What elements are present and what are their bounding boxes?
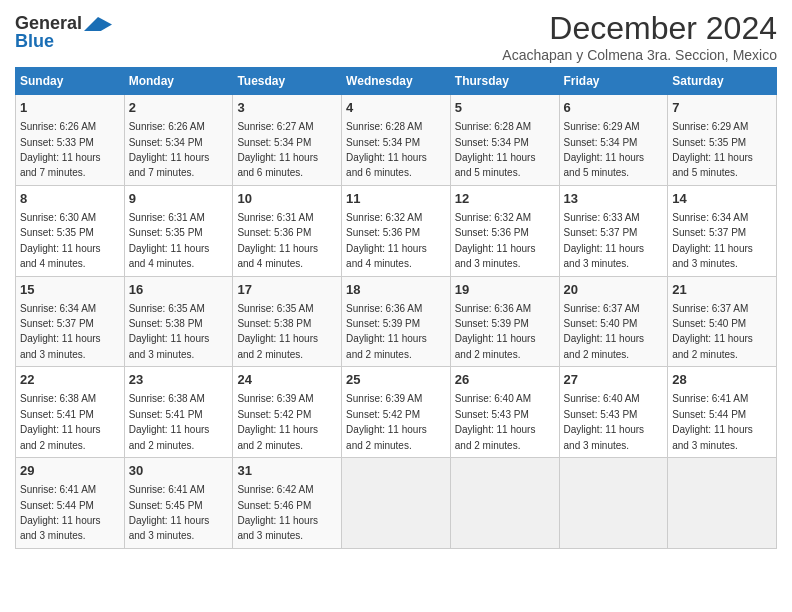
header-thursday: Thursday: [450, 68, 559, 95]
calendar-week-5: 29 Sunrise: 6:41 AMSunset: 5:44 PMDaylig…: [16, 458, 777, 549]
day-info: Sunrise: 6:38 AMSunset: 5:41 PMDaylight:…: [20, 393, 101, 450]
day-info: Sunrise: 6:37 AMSunset: 5:40 PMDaylight:…: [672, 303, 753, 360]
day-info: Sunrise: 6:31 AMSunset: 5:36 PMDaylight:…: [237, 212, 318, 269]
calendar-cell: 22 Sunrise: 6:38 AMSunset: 5:41 PMDaylig…: [16, 367, 125, 458]
day-number: 3: [237, 99, 337, 117]
svg-marker-0: [84, 17, 112, 31]
calendar-cell: 10 Sunrise: 6:31 AMSunset: 5:36 PMDaylig…: [233, 185, 342, 276]
day-info: Sunrise: 6:41 AMSunset: 5:44 PMDaylight:…: [20, 484, 101, 541]
day-number: 19: [455, 281, 555, 299]
day-info: Sunrise: 6:38 AMSunset: 5:41 PMDaylight:…: [129, 393, 210, 450]
calendar-cell: 26 Sunrise: 6:40 AMSunset: 5:43 PMDaylig…: [450, 367, 559, 458]
calendar-cell: [559, 458, 668, 549]
page-header: General Blue December 2024 Acachapan y C…: [15, 10, 777, 63]
calendar-cell: 5 Sunrise: 6:28 AMSunset: 5:34 PMDayligh…: [450, 95, 559, 186]
day-number: 15: [20, 281, 120, 299]
day-info: Sunrise: 6:32 AMSunset: 5:36 PMDaylight:…: [346, 212, 427, 269]
calendar-cell: 31 Sunrise: 6:42 AMSunset: 5:46 PMDaylig…: [233, 458, 342, 549]
calendar-cell: 19 Sunrise: 6:36 AMSunset: 5:39 PMDaylig…: [450, 276, 559, 367]
calendar-cell: 1 Sunrise: 6:26 AMSunset: 5:33 PMDayligh…: [16, 95, 125, 186]
calendar-cell: 18 Sunrise: 6:36 AMSunset: 5:39 PMDaylig…: [342, 276, 451, 367]
calendar-cell: 20 Sunrise: 6:37 AMSunset: 5:40 PMDaylig…: [559, 276, 668, 367]
calendar-week-4: 22 Sunrise: 6:38 AMSunset: 5:41 PMDaylig…: [16, 367, 777, 458]
logo: General Blue: [15, 14, 112, 52]
calendar-cell: 14 Sunrise: 6:34 AMSunset: 5:37 PMDaylig…: [668, 185, 777, 276]
calendar-cell: 15 Sunrise: 6:34 AMSunset: 5:37 PMDaylig…: [16, 276, 125, 367]
day-info: Sunrise: 6:31 AMSunset: 5:35 PMDaylight:…: [129, 212, 210, 269]
calendar-cell: 8 Sunrise: 6:30 AMSunset: 5:35 PMDayligh…: [16, 185, 125, 276]
calendar-subtitle: Acachapan y Colmena 3ra. Seccion, Mexico: [502, 47, 777, 63]
day-info: Sunrise: 6:40 AMSunset: 5:43 PMDaylight:…: [564, 393, 645, 450]
calendar-cell: 13 Sunrise: 6:33 AMSunset: 5:37 PMDaylig…: [559, 185, 668, 276]
day-number: 10: [237, 190, 337, 208]
header-tuesday: Tuesday: [233, 68, 342, 95]
day-info: Sunrise: 6:28 AMSunset: 5:34 PMDaylight:…: [455, 121, 536, 178]
day-info: Sunrise: 6:36 AMSunset: 5:39 PMDaylight:…: [346, 303, 427, 360]
calendar-title: December 2024: [502, 10, 777, 47]
calendar-cell: 16 Sunrise: 6:35 AMSunset: 5:38 PMDaylig…: [124, 276, 233, 367]
day-info: Sunrise: 6:42 AMSunset: 5:46 PMDaylight:…: [237, 484, 318, 541]
calendar-cell: 17 Sunrise: 6:35 AMSunset: 5:38 PMDaylig…: [233, 276, 342, 367]
calendar-cell: 7 Sunrise: 6:29 AMSunset: 5:35 PMDayligh…: [668, 95, 777, 186]
header-friday: Friday: [559, 68, 668, 95]
day-number: 29: [20, 462, 120, 480]
day-number: 24: [237, 371, 337, 389]
calendar-table: SundayMondayTuesdayWednesdayThursdayFrid…: [15, 67, 777, 549]
day-info: Sunrise: 6:26 AMSunset: 5:34 PMDaylight:…: [129, 121, 210, 178]
day-number: 1: [20, 99, 120, 117]
calendar-cell: [450, 458, 559, 549]
calendar-cell: 24 Sunrise: 6:39 AMSunset: 5:42 PMDaylig…: [233, 367, 342, 458]
calendar-week-3: 15 Sunrise: 6:34 AMSunset: 5:37 PMDaylig…: [16, 276, 777, 367]
day-number: 11: [346, 190, 446, 208]
day-info: Sunrise: 6:36 AMSunset: 5:39 PMDaylight:…: [455, 303, 536, 360]
calendar-cell: 29 Sunrise: 6:41 AMSunset: 5:44 PMDaylig…: [16, 458, 125, 549]
calendar-cell: [342, 458, 451, 549]
day-number: 16: [129, 281, 229, 299]
day-info: Sunrise: 6:39 AMSunset: 5:42 PMDaylight:…: [346, 393, 427, 450]
day-info: Sunrise: 6:35 AMSunset: 5:38 PMDaylight:…: [129, 303, 210, 360]
day-number: 22: [20, 371, 120, 389]
day-info: Sunrise: 6:28 AMSunset: 5:34 PMDaylight:…: [346, 121, 427, 178]
day-info: Sunrise: 6:26 AMSunset: 5:33 PMDaylight:…: [20, 121, 101, 178]
header-sunday: Sunday: [16, 68, 125, 95]
calendar-cell: 25 Sunrise: 6:39 AMSunset: 5:42 PMDaylig…: [342, 367, 451, 458]
day-number: 25: [346, 371, 446, 389]
calendar-cell: 2 Sunrise: 6:26 AMSunset: 5:34 PMDayligh…: [124, 95, 233, 186]
day-info: Sunrise: 6:32 AMSunset: 5:36 PMDaylight:…: [455, 212, 536, 269]
day-number: 8: [20, 190, 120, 208]
calendar-cell: 30 Sunrise: 6:41 AMSunset: 5:45 PMDaylig…: [124, 458, 233, 549]
day-number: 31: [237, 462, 337, 480]
calendar-cell: 27 Sunrise: 6:40 AMSunset: 5:43 PMDaylig…: [559, 367, 668, 458]
day-number: 30: [129, 462, 229, 480]
calendar-cell: 21 Sunrise: 6:37 AMSunset: 5:40 PMDaylig…: [668, 276, 777, 367]
day-info: Sunrise: 6:39 AMSunset: 5:42 PMDaylight:…: [237, 393, 318, 450]
calendar-cell: 28 Sunrise: 6:41 AMSunset: 5:44 PMDaylig…: [668, 367, 777, 458]
day-number: 9: [129, 190, 229, 208]
day-info: Sunrise: 6:34 AMSunset: 5:37 PMDaylight:…: [672, 212, 753, 269]
day-info: Sunrise: 6:30 AMSunset: 5:35 PMDaylight:…: [20, 212, 101, 269]
calendar-cell: 9 Sunrise: 6:31 AMSunset: 5:35 PMDayligh…: [124, 185, 233, 276]
header-monday: Monday: [124, 68, 233, 95]
calendar-cell: 3 Sunrise: 6:27 AMSunset: 5:34 PMDayligh…: [233, 95, 342, 186]
header-saturday: Saturday: [668, 68, 777, 95]
calendar-week-2: 8 Sunrise: 6:30 AMSunset: 5:35 PMDayligh…: [16, 185, 777, 276]
logo-blue-text: Blue: [15, 32, 54, 52]
day-number: 28: [672, 371, 772, 389]
day-info: Sunrise: 6:27 AMSunset: 5:34 PMDaylight:…: [237, 121, 318, 178]
day-info: Sunrise: 6:29 AMSunset: 5:34 PMDaylight:…: [564, 121, 645, 178]
day-number: 14: [672, 190, 772, 208]
title-block: December 2024 Acachapan y Colmena 3ra. S…: [502, 10, 777, 63]
day-info: Sunrise: 6:41 AMSunset: 5:44 PMDaylight:…: [672, 393, 753, 450]
day-info: Sunrise: 6:29 AMSunset: 5:35 PMDaylight:…: [672, 121, 753, 178]
day-number: 26: [455, 371, 555, 389]
day-info: Sunrise: 6:40 AMSunset: 5:43 PMDaylight:…: [455, 393, 536, 450]
calendar-cell: 23 Sunrise: 6:38 AMSunset: 5:41 PMDaylig…: [124, 367, 233, 458]
calendar-cell: [668, 458, 777, 549]
day-number: 6: [564, 99, 664, 117]
day-info: Sunrise: 6:33 AMSunset: 5:37 PMDaylight:…: [564, 212, 645, 269]
day-number: 4: [346, 99, 446, 117]
day-number: 20: [564, 281, 664, 299]
logo-icon: [84, 17, 112, 31]
calendar-week-1: 1 Sunrise: 6:26 AMSunset: 5:33 PMDayligh…: [16, 95, 777, 186]
calendar-cell: 6 Sunrise: 6:29 AMSunset: 5:34 PMDayligh…: [559, 95, 668, 186]
